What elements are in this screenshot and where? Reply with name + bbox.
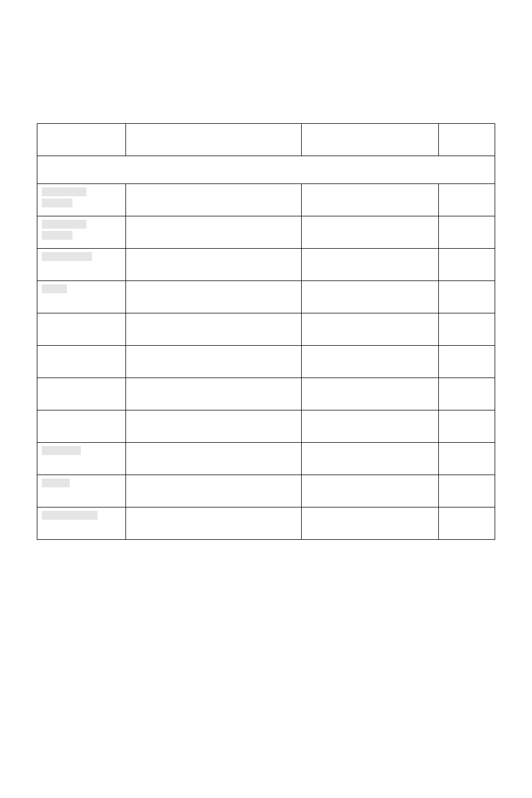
cell-col2 — [126, 313, 302, 346]
cell-col1 — [37, 346, 126, 378]
redaction-block — [42, 187, 86, 196]
cell-col1 — [37, 313, 126, 346]
cell-col2 — [126, 216, 302, 249]
cell-col1 — [37, 507, 126, 540]
cell-col4 — [438, 249, 495, 281]
cell-col2 — [126, 281, 302, 313]
redaction-block — [42, 284, 67, 293]
redaction-block — [42, 511, 98, 520]
cell-col3 — [302, 378, 439, 410]
cell-col2 — [126, 249, 302, 281]
document-page — [0, 0, 532, 798]
cell-col2 — [126, 507, 302, 540]
table-row — [37, 346, 495, 378]
cell-col4 — [438, 281, 495, 313]
table-row — [37, 313, 495, 346]
table-header-row — [37, 124, 495, 156]
cell-col4 — [438, 216, 495, 249]
redaction-block — [42, 199, 72, 207]
cell-col4 — [438, 346, 495, 378]
cell-col1 — [37, 475, 126, 507]
cell-col1 — [37, 410, 126, 443]
column-header-3 — [302, 124, 439, 156]
table-row — [37, 184, 495, 216]
cell-col1 — [37, 216, 126, 249]
table-row — [37, 410, 495, 443]
cell-col2 — [126, 184, 302, 216]
section-header-cell — [37, 156, 495, 184]
table-row — [37, 507, 495, 540]
cell-col4 — [438, 313, 495, 346]
cell-col4 — [438, 443, 495, 475]
redaction-block — [42, 478, 70, 487]
cell-col1 — [37, 281, 126, 313]
cell-col1 — [37, 443, 126, 475]
table-row — [37, 378, 495, 410]
cell-col2 — [126, 475, 302, 507]
redaction-block — [42, 446, 81, 455]
data-table — [37, 123, 495, 540]
cell-col1 — [37, 184, 126, 216]
cell-col4 — [438, 507, 495, 540]
cell-col3 — [302, 184, 439, 216]
cell-col3 — [302, 313, 439, 346]
cell-col2 — [126, 443, 302, 475]
redaction-block — [42, 231, 72, 240]
cell-col3 — [302, 410, 439, 443]
column-header-1 — [37, 124, 126, 156]
cell-col3 — [302, 443, 439, 475]
table-section-row — [37, 156, 495, 184]
cell-col3 — [302, 475, 439, 507]
cell-col2 — [126, 410, 302, 443]
cell-col2 — [126, 378, 302, 410]
cell-col4 — [438, 184, 495, 216]
redaction-block — [42, 252, 92, 261]
redaction-block — [42, 220, 86, 229]
cell-col3 — [302, 249, 439, 281]
cell-col1 — [37, 378, 126, 410]
cell-col3 — [302, 507, 439, 540]
cell-col4 — [438, 475, 495, 507]
table-row — [37, 216, 495, 249]
column-header-4 — [438, 124, 495, 156]
table-row — [37, 443, 495, 475]
cell-col3 — [302, 346, 439, 378]
cell-col4 — [438, 378, 495, 410]
table-row — [37, 475, 495, 507]
cell-col3 — [302, 216, 439, 249]
table-row — [37, 249, 495, 281]
cell-col2 — [126, 346, 302, 378]
column-header-2 — [126, 124, 302, 156]
table-row — [37, 281, 495, 313]
cell-col3 — [302, 281, 439, 313]
cell-col4 — [438, 410, 495, 443]
cell-col1 — [37, 249, 126, 281]
